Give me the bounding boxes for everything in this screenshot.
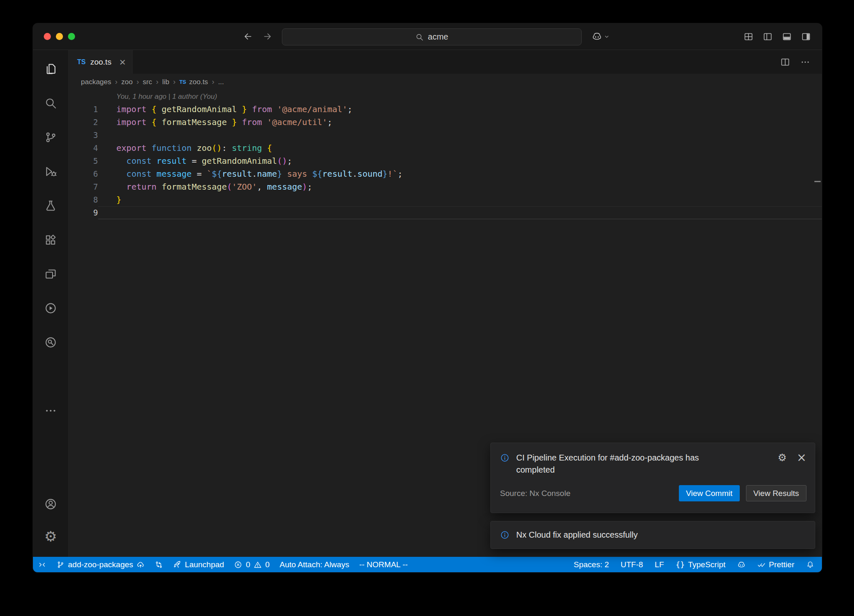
close-tab-icon[interactable]: × [119, 57, 126, 68]
code-line-5[interactable]: 5 const result = getRandomAnimal(); [69, 155, 822, 168]
code-line-9[interactable]: 9 [69, 206, 822, 219]
warning-icon [254, 561, 262, 569]
line-number: 2 [69, 116, 98, 129]
tab-bar: TS zoo.ts × [69, 50, 822, 74]
toggle-secondary-sidebar-icon[interactable] [801, 32, 811, 42]
activity-item-extensions[interactable] [33, 223, 68, 257]
remote-windows-icon [44, 268, 57, 280]
search-icon [415, 33, 424, 41]
extensions-icon [44, 233, 57, 246]
notification-center: CI Pipeline Execution for #add-zoo-packa… [490, 443, 815, 549]
breadcrumb-item-src[interactable]: src [143, 78, 152, 86]
code-line-6[interactable]: 6 const message = `${result.name} says $… [69, 168, 822, 180]
customize-layout-icon[interactable] [743, 32, 754, 42]
activity-item-testing[interactable] [33, 188, 68, 223]
code-line-8[interactable]: 8} [69, 193, 822, 206]
code-line-1[interactable]: 1import { getRandomAnimal } from '@acme/… [69, 103, 822, 116]
close-window-button[interactable] [44, 33, 51, 40]
status-label: add-zoo-packages [68, 560, 133, 569]
more-icon [44, 404, 57, 417]
search-value: acme [428, 32, 448, 42]
notification-close-icon[interactable]: × [797, 452, 806, 463]
circle-play-icon [44, 302, 57, 315]
editor-more-actions-icon[interactable] [800, 57, 810, 67]
blame-annotation: You, 1 hour ago | 1 author (You) [98, 90, 822, 103]
explorer-icon [44, 63, 57, 75]
code-line-2[interactable]: 2import { formatMessage } from '@acme/ut… [69, 116, 822, 129]
status-item-problems[interactable]: 00 [234, 560, 269, 569]
activity-item-edge-browser[interactable] [33, 359, 68, 393]
status-item-notifications-bell[interactable] [806, 561, 814, 569]
status-item-eol[interactable]: LF [655, 560, 664, 569]
status-label: Spaces: 2 [574, 560, 609, 569]
line-number: 6 [69, 168, 98, 180]
line-content: export function zoo(): string { [98, 142, 822, 155]
notification-gear-icon[interactable]: ⚙ [778, 453, 787, 463]
tab-zoo-ts[interactable]: TS zoo.ts × [69, 50, 133, 74]
info-icon [500, 453, 510, 463]
status-item-indentation[interactable]: Spaces: 2 [574, 560, 609, 569]
minimize-window-button[interactable] [56, 33, 63, 40]
activity-item-settings[interactable]: ⚙ [33, 520, 68, 553]
status-item-auto-attach[interactable]: Auto Attach: Always [280, 560, 349, 569]
tab-label: zoo.ts [90, 58, 111, 67]
back-arrow-icon[interactable] [243, 31, 253, 42]
breadcrumb-item-zoo[interactable]: zoo [121, 78, 133, 86]
status-item-copilot[interactable] [737, 561, 746, 569]
line-number: 3 [69, 129, 98, 142]
breadcrumb-item--[interactable]: ... [218, 78, 224, 86]
activity-item-circle-play[interactable] [33, 291, 68, 325]
double-check-icon [757, 561, 766, 569]
vscode-window: acme ⚙ [33, 23, 822, 573]
status-item-git-compare[interactable] [155, 561, 163, 569]
copilot-menu[interactable] [592, 31, 610, 42]
status-item-remote[interactable] [38, 561, 46, 569]
line-number: 1 [69, 103, 98, 116]
view-results-button[interactable]: View Results [746, 485, 806, 501]
notification-ci-pipeline: CI Pipeline Execution for #add-zoo-packa… [490, 443, 815, 513]
command-center-search[interactable]: acme [282, 28, 582, 45]
activity-item-more[interactable] [33, 393, 68, 428]
status-item-vim-mode[interactable]: -- NORMAL -- [359, 560, 407, 569]
status-label: -- NORMAL -- [359, 560, 407, 569]
source-control-icon [44, 131, 57, 144]
breadcrumb-separator: › [115, 78, 118, 86]
split-editor-icon[interactable] [780, 57, 790, 67]
activity-item-account[interactable] [33, 488, 68, 520]
line-number: 5 [69, 155, 98, 168]
status-item-encoding[interactable]: UTF-8 [620, 560, 643, 569]
activity-item-source-control[interactable] [33, 120, 68, 154]
zoom-window-button[interactable] [68, 33, 75, 40]
chevron-down-icon [603, 33, 610, 40]
code-line-3[interactable]: 3 [69, 129, 822, 142]
activity-item-search[interactable] [33, 86, 68, 120]
breadcrumb-item-lib[interactable]: lib [162, 78, 169, 86]
forward-arrow-icon[interactable] [262, 31, 273, 42]
activity-item-explorer[interactable] [33, 52, 68, 86]
status-item-prettier[interactable]: Prettier [757, 560, 794, 569]
settings-icon: ⚙ [44, 529, 57, 543]
titlebar: acme [33, 23, 822, 50]
breadcrumb-item-packages[interactable]: packages [81, 78, 111, 86]
status-label: LF [655, 560, 664, 569]
error-icon [234, 561, 242, 569]
bell-icon [806, 561, 814, 569]
status-item-branch[interactable]: add-zoo-packages [56, 560, 145, 569]
breadcrumb-separator: › [212, 78, 214, 86]
code-line-7[interactable]: 7 return formatMessage('ZOO', message); [69, 180, 822, 193]
activity-item-remote-windows[interactable] [33, 257, 68, 291]
view-commit-button[interactable]: View Commit [679, 485, 740, 501]
overview-ruler-mark [814, 181, 821, 182]
activity-item-circle-search[interactable] [33, 325, 68, 359]
status-item-language[interactable]: {}TypeScript [676, 560, 725, 569]
line-content: return formatMessage('ZOO', message); [98, 180, 822, 193]
breadcrumb-item-zoo-ts[interactable]: TSzoo.ts [179, 78, 208, 86]
status-label: Auto Attach: Always [280, 560, 349, 569]
activity-item-run-debug[interactable] [33, 154, 68, 188]
toggle-primary-sidebar-icon[interactable] [763, 32, 773, 42]
code-line-4[interactable]: 4export function zoo(): string { [69, 142, 822, 155]
status-item-launchpad[interactable]: Launchpad [173, 560, 224, 569]
status-bar: add-zoo-packagesLaunchpad00Auto Attach: … [33, 557, 822, 572]
status-label: TypeScript [688, 560, 726, 569]
toggle-panel-icon[interactable] [782, 32, 792, 42]
